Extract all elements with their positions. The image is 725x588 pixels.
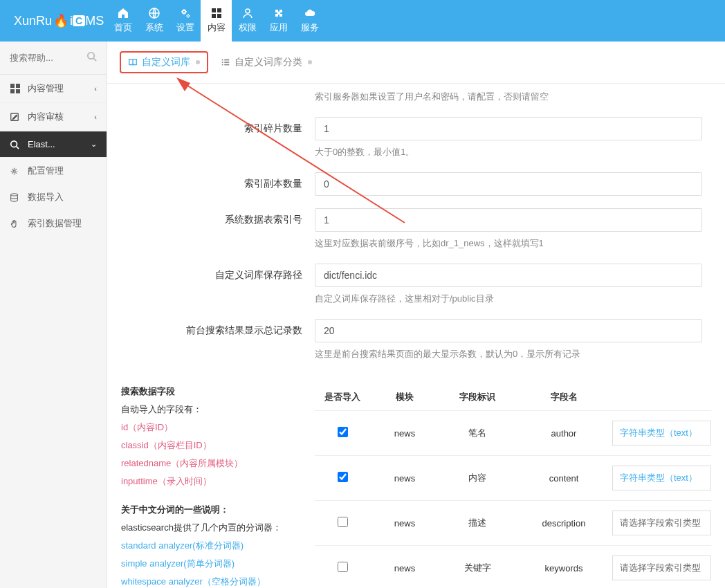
help-dictpath: 自定义词库保存路径，这里相对于/public目录: [315, 293, 725, 305]
topnav-globe[interactable]: 系统: [138, 0, 169, 42]
cell-field: description: [515, 518, 612, 529]
type-select[interactable]: 请选择字段索引类型: [612, 555, 711, 580]
label-dictpath: 自定义词库保存路径: [107, 264, 315, 315]
table-row: news内容content字符串类型（text）: [315, 455, 711, 500]
gears-icon: [180, 8, 191, 19]
svg-rect-3: [212, 8, 216, 12]
sidesub-item[interactable]: 配置管理: [0, 158, 107, 184]
globe-icon: [149, 8, 160, 19]
th-check: 是否导入: [315, 391, 370, 403]
tab-0[interactable]: 自定义词库: [120, 51, 208, 73]
svg-rect-19: [222, 59, 223, 61]
label-tableindex: 系统数据表索引号: [107, 208, 315, 259]
analyzer-link[interactable]: standard analyzer(标准分词器): [121, 538, 301, 553]
cell-field: content: [515, 473, 612, 484]
grid-icon: [211, 8, 222, 19]
import-checkbox[interactable]: [338, 562, 348, 572]
svg-rect-21: [222, 62, 223, 63]
label-shards: 索引碎片数量: [107, 117, 315, 168]
svg-line-16: [17, 146, 19, 149]
tab-1[interactable]: 自定义词库分类: [214, 53, 319, 72]
help-tableindex: 这里对应数据表前缀序号，比如dr_1_news，这样就填写1: [315, 237, 725, 250]
dot-icon: [196, 60, 200, 64]
label-replicas: 索引副本数量: [107, 172, 315, 196]
dot-icon: [308, 60, 312, 64]
import-checkbox[interactable]: [338, 517, 348, 527]
auto-field: relatedname（内容所属模块）: [121, 456, 301, 471]
svg-rect-13: [16, 89, 20, 93]
cell-mod: news: [370, 473, 439, 484]
type-select[interactable]: 字符串类型（text）: [612, 466, 711, 490]
svg-rect-12: [10, 89, 15, 93]
svg-point-2: [187, 15, 189, 17]
svg-point-8: [88, 53, 94, 59]
sidemenu-item[interactable]: 内容管理‹: [0, 75, 107, 103]
chevron-icon: ⌄: [91, 140, 97, 149]
topbar: XunRu🔥iCMS 首页系统设置内容权限应用服务: [0, 0, 725, 42]
cell-mod: news: [370, 518, 439, 529]
svg-point-15: [11, 140, 17, 147]
main: 自定义词库自定义词库分类 索引服务器如果设置了用户名和密码，请配置，否则请留空 …: [107, 42, 725, 588]
cell-label: 笔名: [439, 427, 515, 439]
table-row: news描述description请选择字段索引类型: [315, 500, 711, 545]
svg-point-17: [13, 169, 15, 172]
home-icon: [118, 8, 129, 19]
gear-icon: [10, 167, 22, 176]
sidemenu-item[interactable]: Elast...⌄: [0, 131, 107, 158]
input-shards[interactable]: [315, 117, 702, 140]
auto-field: id（内容ID）: [121, 420, 301, 435]
sidesub-item[interactable]: 索引数据管理: [0, 210, 107, 237]
svg-rect-20: [224, 59, 229, 61]
topnav-user[interactable]: 权限: [232, 0, 263, 42]
chevron-icon: ‹: [94, 113, 97, 121]
grid-icon: [10, 83, 22, 94]
analyzer-link[interactable]: simple analyzer(简单分词器): [121, 556, 301, 571]
cell-label: 描述: [439, 517, 515, 529]
help-pagesize: 这里是前台搜索结果页面的最大显示条数，默认为0，显示所有记录: [315, 348, 725, 360]
svg-rect-24: [224, 64, 229, 66]
search-icon[interactable]: [86, 51, 97, 62]
sidebar: 内容管理‹内容审核‹Elast...⌄ 配置管理数据导入索引数据管理: [0, 42, 107, 588]
search-icon: [10, 140, 22, 149]
hint-top: 索引服务器如果设置了用户名和密码，请配置，否则请留空: [315, 91, 725, 103]
input-replicas[interactable]: [315, 172, 702, 196]
topnav-puzzle[interactable]: 应用: [263, 0, 294, 42]
type-select[interactable]: 字符串类型（text）: [612, 421, 711, 445]
edit-icon: [10, 112, 22, 122]
input-tableindex[interactable]: [315, 208, 702, 232]
sidesub-item[interactable]: 数据导入: [0, 184, 107, 210]
cell-mod: news: [370, 428, 439, 439]
help-shards: 大于0的整数，最小值1。: [315, 146, 725, 158]
input-dictpath[interactable]: [315, 264, 702, 287]
topnav-cloud[interactable]: 服务: [294, 0, 325, 42]
import-checkbox[interactable]: [338, 427, 348, 437]
th-mod: 模块: [370, 391, 439, 403]
field-table: 是否导入 模块 字段标识 字段名 news笔名author字符串类型（text）…: [315, 384, 711, 588]
cell-label: 内容: [439, 472, 515, 484]
tab-icon: [221, 57, 230, 67]
type-select[interactable]: 请选择字段索引类型: [612, 511, 711, 535]
analyzer-link[interactable]: whitespace analyzer（空格分词器）: [121, 574, 301, 588]
topnav-gears[interactable]: 设置: [169, 0, 201, 42]
search-input[interactable]: [7, 48, 100, 67]
tabs: 自定义词库自定义词库分类: [107, 42, 725, 84]
svg-point-18: [11, 193, 18, 195]
side-menu: 内容管理‹内容审核‹Elast...⌄: [0, 75, 107, 158]
db-icon: [10, 193, 22, 202]
import-checkbox[interactable]: [338, 472, 348, 482]
svg-rect-23: [222, 64, 223, 66]
hand-icon: [10, 219, 22, 228]
cell-field: keywords: [515, 563, 612, 573]
th-field: 字段名: [515, 391, 612, 403]
topnav-grid[interactable]: 内容: [201, 0, 232, 42]
svg-rect-22: [224, 62, 229, 63]
input-pagesize[interactable]: [315, 319, 702, 342]
sidemenu-item[interactable]: 内容审核‹: [0, 103, 107, 131]
user-icon: [242, 8, 253, 19]
sidebar-search: [0, 42, 107, 75]
logo[interactable]: XunRu🔥iCMS: [0, 13, 107, 28]
label-pagesize: 前台搜索结果显示总记录数: [107, 319, 315, 370]
topnav: 首页系统设置内容权限应用服务: [107, 0, 325, 42]
table-row: news笔名author字符串类型（text）: [315, 410, 711, 455]
topnav-home[interactable]: 首页: [107, 0, 138, 42]
